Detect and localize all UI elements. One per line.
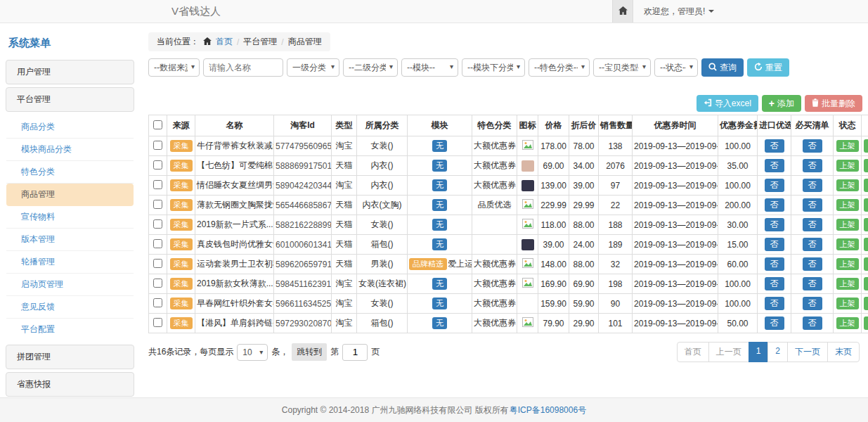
sidebar-item[interactable]: 模块商品分类 [6, 139, 134, 161]
data-source-select[interactable]: --数据来源-- [148, 58, 200, 77]
status-toggle[interactable]: 上架 [836, 140, 859, 152]
sidebar-item[interactable]: 商品管理 [6, 184, 134, 206]
page-button[interactable]: 末页 [827, 342, 860, 362]
row-checkbox[interactable] [153, 180, 162, 189]
row-checkbox[interactable] [153, 200, 162, 209]
import-select-toggle[interactable]: 否 [765, 179, 784, 191]
page-button[interactable]: 1 [749, 342, 769, 362]
level2-category-select[interactable]: --二级分类-- [343, 58, 398, 77]
page-button[interactable]: 上一页 [708, 342, 749, 362]
edit-button[interactable] [864, 218, 868, 231]
feature-category-select[interactable]: --特色分类-- [529, 58, 590, 77]
import-select-toggle[interactable]: 否 [765, 238, 784, 250]
must-buy-toggle[interactable]: 否 [803, 297, 822, 309]
edit-button[interactable] [864, 179, 868, 192]
sidebar-group[interactable]: 拼团管理 [6, 345, 134, 369]
page-jump-input[interactable] [342, 344, 368, 361]
row-checkbox[interactable] [153, 239, 162, 248]
item-type-select[interactable]: --宝贝类型-- [593, 58, 651, 77]
sidebar-group[interactable]: 平台管理 [6, 87, 134, 112]
import-select-toggle[interactable]: 否 [765, 297, 784, 309]
user-menu[interactable]: 欢迎您，管理员! [633, 0, 868, 23]
sidebar-item[interactable]: 版本管理 [6, 229, 134, 251]
import-excel-button[interactable]: 导入excel [697, 95, 758, 112]
module-badge[interactable]: 无 [432, 160, 447, 172]
must-buy-toggle[interactable]: 否 [803, 238, 822, 250]
icp-link[interactable]: 粤ICP备16098006号 [510, 404, 586, 416]
must-buy-toggle[interactable]: 否 [803, 198, 822, 211]
per-page-select[interactable]: 10 [237, 344, 268, 361]
select-all-checkbox[interactable] [153, 120, 162, 129]
edit-button[interactable] [864, 238, 868, 251]
module-badge[interactable]: 无 [432, 179, 447, 191]
status-toggle[interactable]: 上架 [836, 258, 859, 270]
module-badge[interactable]: 无 [432, 278, 447, 290]
edit-button[interactable] [864, 316, 868, 330]
sidebar-item[interactable]: 平台配置 [6, 319, 134, 340]
sidebar-item[interactable]: 启动页管理 [6, 274, 134, 296]
row-checkbox[interactable] [153, 219, 162, 229]
row-checkbox[interactable] [153, 298, 162, 307]
reset-button[interactable]: 重置 [747, 58, 789, 77]
module-badge[interactable]: 品牌精选 [409, 258, 447, 270]
row-checkbox[interactable] [153, 160, 162, 170]
edit-button[interactable] [864, 159, 868, 172]
must-buy-toggle[interactable]: 否 [803, 159, 822, 172]
status-select[interactable]: --状态-- [654, 58, 698, 77]
import-select-toggle[interactable]: 否 [765, 198, 784, 211]
status-toggle[interactable]: 上架 [836, 219, 859, 231]
row-checkbox[interactable] [153, 259, 162, 268]
row-checkbox[interactable] [153, 141, 162, 150]
level1-category-select[interactable]: 一级分类 [287, 58, 339, 77]
status-toggle[interactable]: 上架 [836, 317, 859, 329]
sidebar-item[interactable]: 特色分类 [6, 161, 134, 184]
module-badge[interactable]: 无 [432, 219, 447, 231]
module-badge[interactable]: 无 [432, 140, 447, 152]
edit-button[interactable] [864, 277, 868, 290]
sidebar-item[interactable]: 商品分类 [6, 116, 134, 139]
must-buy-toggle[interactable]: 否 [803, 179, 822, 191]
status-toggle[interactable]: 上架 [836, 160, 859, 172]
edit-button[interactable] [864, 198, 868, 212]
import-select-toggle[interactable]: 否 [765, 218, 784, 231]
import-select-toggle[interactable]: 否 [765, 277, 784, 290]
module-subcategory-select[interactable]: --模块下分类-- [462, 58, 525, 77]
must-buy-toggle[interactable]: 否 [803, 316, 822, 329]
must-buy-toggle[interactable]: 否 [803, 139, 822, 152]
must-buy-toggle[interactable]: 否 [803, 257, 822, 270]
module-badge[interactable]: 无 [432, 199, 447, 211]
sidebar-group[interactable]: 用户管理 [6, 60, 134, 84]
row-checkbox[interactable] [153, 279, 162, 288]
edit-button[interactable] [864, 297, 868, 310]
module-badge[interactable]: 无 [432, 238, 447, 250]
sidebar-item[interactable]: 意见反馈 [6, 296, 134, 319]
jump-button[interactable]: 跳转到 [292, 343, 327, 361]
row-checkbox[interactable] [153, 318, 162, 327]
module-select[interactable]: --模块-- [401, 58, 458, 77]
status-toggle[interactable]: 上架 [836, 298, 859, 309]
breadcrumb-home-link[interactable]: 首页 [216, 36, 233, 48]
status-toggle[interactable]: 上架 [836, 278, 859, 290]
home-button[interactable] [612, 0, 633, 23]
page-button[interactable]: 2 [767, 342, 788, 362]
bulk-delete-button[interactable]: 批量删除 [805, 95, 862, 112]
import-select-toggle[interactable]: 否 [765, 139, 784, 152]
sidebar-group[interactable]: 省惠快报 [6, 372, 134, 397]
must-buy-toggle[interactable]: 否 [803, 218, 822, 231]
status-toggle[interactable]: 上架 [836, 199, 859, 211]
status-toggle[interactable]: 上架 [836, 179, 859, 191]
edit-button[interactable] [864, 139, 868, 153]
sidebar-item[interactable]: 宣传物料 [6, 206, 134, 229]
search-button[interactable]: 查询 [701, 58, 744, 77]
must-buy-toggle[interactable]: 否 [803, 277, 822, 290]
edit-button[interactable] [864, 257, 868, 271]
import-select-toggle[interactable]: 否 [765, 257, 784, 270]
page-button[interactable]: 首页 [677, 342, 709, 362]
module-badge[interactable]: 无 [432, 298, 447, 309]
import-select-toggle[interactable]: 否 [765, 316, 784, 329]
sidebar-item[interactable]: 轮播管理 [6, 251, 134, 274]
name-search-input[interactable] [203, 58, 283, 77]
add-button[interactable]: + 添加 [762, 95, 801, 112]
module-badge[interactable]: 无 [432, 317, 447, 329]
import-select-toggle[interactable]: 否 [765, 159, 784, 172]
